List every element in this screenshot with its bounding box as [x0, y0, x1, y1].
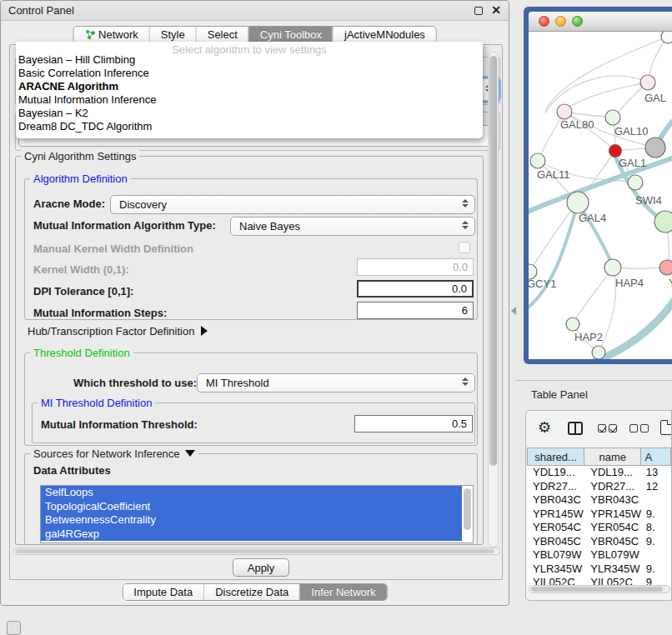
- network-edge[interactable]: [577, 297, 672, 359]
- manual-kernel-width-checkbox[interactable]: [459, 242, 470, 253]
- settings-vertical-scrollbar[interactable]: [488, 52, 499, 548]
- zoom-traffic-light-icon[interactable]: [572, 16, 583, 27]
- network-node-gal4[interactable]: [567, 192, 589, 213]
- scrollbar-thumb[interactable]: [16, 549, 494, 553]
- network-canvas[interactable]: GALGAL80GAL10GAL1GAL11SWI4GAL4GCY1HAP4YH…: [529, 32, 672, 359]
- float-icon[interactable]: [474, 7, 483, 15]
- table-cell[interactable]: YBR043C: [527, 493, 584, 508]
- algorithm-option-basic-correlation-inference[interactable]: Basic Correlation Inference: [16, 67, 483, 80]
- close-traffic-light-icon[interactable]: [539, 16, 549, 27]
- table-cell[interactable]: YDR27...: [584, 480, 641, 494]
- table-cell[interactable]: YBR043C: [584, 493, 641, 508]
- attribute-item-topologicalcoefficient[interactable]: TopologicalCoefficient: [41, 500, 462, 514]
- sources-toggle[interactable]: Sources for Network Inference: [30, 448, 198, 460]
- mi-algorithm-type-select[interactable]: Naive Bayes: [230, 217, 475, 236]
- collapse-down-icon[interactable]: [185, 450, 195, 457]
- settings-horizontal-scrollbar[interactable]: [13, 548, 500, 555]
- mi-threshold-field[interactable]: 0.5: [354, 415, 473, 432]
- aracne-mode-select[interactable]: Discovery: [110, 195, 475, 214]
- table-cell[interactable]: YER054C: [584, 521, 641, 535]
- table-panel-divider[interactable]: [515, 380, 672, 381]
- table-cell[interactable]: 8.: [642, 521, 671, 535]
- table-cell[interactable]: YBL079W: [584, 548, 641, 562]
- column-header-name[interactable]: name: [584, 448, 641, 466]
- table-row[interactable]: YLR345WYLR345W9.: [527, 562, 671, 577]
- algorithm-option-aracne-algorithm[interactable]: ARACNE Algorithm: [16, 80, 483, 93]
- select-all-icon[interactable]: [598, 424, 617, 432]
- kernel-width-field[interactable]: 0.0: [357, 258, 474, 276]
- scrollbar-thumb[interactable]: [489, 56, 497, 466]
- table-row[interactable]: YBR045CYBR045C9.: [527, 535, 671, 549]
- algorithm-option-mutual-information-inference[interactable]: Mutual Information Inference: [16, 93, 483, 107]
- network-node-gal80[interactable]: [557, 104, 572, 119]
- table-cell[interactable]: 13: [642, 466, 671, 480]
- attribute-item-gal4rgexp[interactable]: gal4RGexp: [41, 528, 462, 542]
- table-cell[interactable]: YBR045C: [527, 535, 584, 549]
- tab-jactivemnodules[interactable]: jActiveMNodules: [333, 27, 436, 42]
- table-cell[interactable]: YLR345W: [584, 562, 641, 577]
- table-cell[interactable]: YDL19...: [527, 466, 584, 480]
- algorithm-option-dream8-dc-tdc-algorithm[interactable]: Dream8 DC_TDC Algorithm: [16, 120, 483, 133]
- table-cell[interactable]: [642, 493, 671, 508]
- which-threshold-select[interactable]: MI Threshold: [197, 373, 475, 392]
- table-cell[interactable]: 9.: [642, 508, 671, 522]
- network-node[interactable]: [661, 32, 672, 43]
- table-cell[interactable]: YDR27...: [527, 480, 584, 494]
- network-edge[interactable]: [529, 202, 578, 311]
- hub-section-toggle[interactable]: Hub/Transcription Factor Definition: [28, 325, 208, 338]
- network-edge[interactable]: [620, 268, 660, 269]
- tab-style[interactable]: Style: [149, 27, 196, 42]
- tab-cyni-toolbox[interactable]: Cyni Toolbox: [248, 27, 333, 42]
- gear-icon[interactable]: ⚙: [538, 418, 551, 437]
- table-row[interactable]: YPR145WYPR145W9.: [527, 508, 671, 522]
- panel-divider-handle[interactable]: [511, 307, 516, 315]
- network-node-hap2[interactable]: [566, 318, 579, 331]
- scrollbar-thumb[interactable]: [531, 587, 663, 592]
- network-node-y[interactable]: [659, 260, 672, 275]
- table-cell[interactable]: YBR045C: [584, 535, 641, 549]
- table-cell[interactable]: 12: [642, 480, 671, 494]
- minimize-traffic-light-icon[interactable]: [555, 16, 566, 27]
- tab-network[interactable]: Network: [73, 27, 149, 42]
- table-cell[interactable]: YBL079W: [527, 548, 584, 562]
- table-cell[interactable]: YLR345W: [527, 562, 584, 577]
- algorithm-option-bayesian-k2[interactable]: Bayesian – K2: [16, 107, 483, 120]
- network-edge[interactable]: [529, 202, 578, 272]
- table-cell[interactable]: YER054C: [527, 521, 584, 535]
- mi-steps-field[interactable]: 6: [357, 302, 474, 319]
- dpi-tolerance-field[interactable]: 0.0: [357, 280, 474, 298]
- columns-icon[interactable]: [568, 422, 583, 435]
- column-header-a[interactable]: A: [641, 448, 671, 466]
- network-node-swi4[interactable]: [628, 175, 643, 190]
- network-node[interactable]: [592, 346, 605, 359]
- tab-discretize-data[interactable]: Discretize Data: [203, 584, 299, 600]
- document-icon[interactable]: [660, 420, 672, 435]
- table-row[interactable]: YBR043CYBR043C: [527, 493, 671, 508]
- deselect-all-icon[interactable]: [629, 424, 649, 432]
- network-node-hap4[interactable]: [604, 259, 621, 276]
- table-cell[interactable]: YPR145W: [584, 508, 641, 522]
- network-graph[interactable]: GALGAL80GAL10GAL1GAL11SWI4GAL4GCY1HAP4YH…: [529, 32, 672, 359]
- network-node-gal1[interactable]: [609, 145, 622, 158]
- table-cell[interactable]: [642, 548, 671, 562]
- table-row[interactable]: YDL19...YDL19...13: [527, 466, 671, 480]
- network-edge[interactable]: [573, 268, 613, 324]
- corner-panel-button[interactable]: [7, 621, 21, 635]
- tab-impute-data[interactable]: Impute Data: [123, 584, 203, 600]
- close-icon[interactable]: ✕: [491, 3, 501, 17]
- table-row[interactable]: YDR27...YDR27...12: [527, 480, 671, 494]
- network-node-gal[interactable]: [640, 75, 655, 90]
- network-edge[interactable]: [564, 82, 648, 112]
- expand-right-icon[interactable]: [201, 326, 208, 336]
- attribute-item-betweennesscentrality[interactable]: BetweennessCentrality: [41, 513, 462, 528]
- attribute-item-selfloops[interactable]: SelfLoops: [41, 486, 462, 500]
- network-node[interactable]: [645, 138, 665, 158]
- table-row[interactable]: YER054CYER054C8.: [527, 521, 671, 535]
- column-header-shared[interactable]: shared...: [527, 448, 584, 466]
- tab-select[interactable]: Select: [196, 27, 248, 42]
- network-node[interactable]: [654, 211, 672, 232]
- tab-infer-network[interactable]: Infer Network: [299, 584, 386, 600]
- table-cell[interactable]: YPR145W: [527, 508, 584, 522]
- table-cell[interactable]: 9.: [642, 562, 671, 577]
- network-node-gal10[interactable]: [605, 110, 620, 125]
